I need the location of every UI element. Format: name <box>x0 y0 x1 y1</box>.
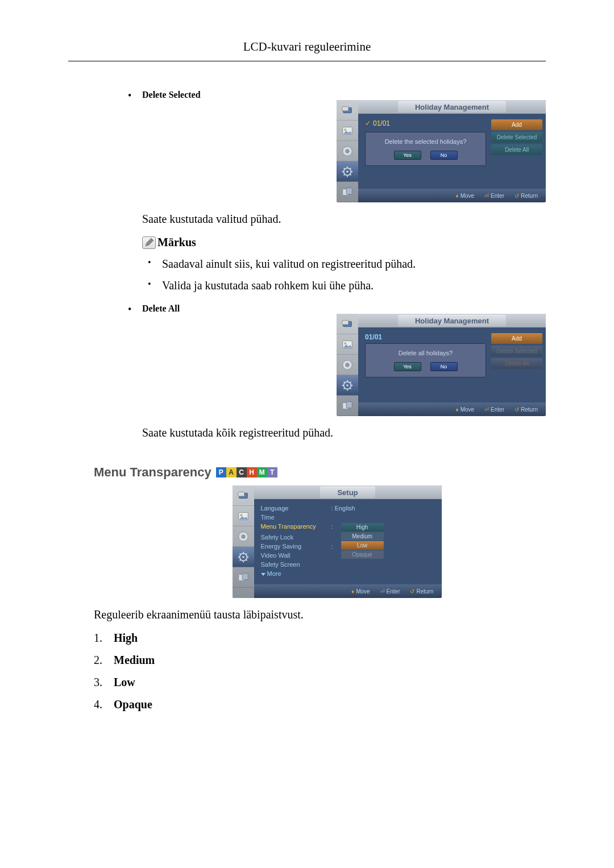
list-item: 2.Medium <box>94 654 546 667</box>
dialog-question: Delete all holidays? <box>370 350 481 356</box>
osd-title: Setup <box>320 487 375 498</box>
list-item: Delete Selected <box>122 90 546 292</box>
page: LCD-kuvari reguleerimine Delete Selected <box>0 0 614 766</box>
heading-delete-all: Delete All <box>142 304 180 313</box>
opt-medium[interactable]: Medium <box>341 532 384 541</box>
holiday-date: 01/01 <box>373 119 390 127</box>
setup-row-safety-screen[interactable]: Safety Screen <box>261 560 436 569</box>
setup-row-time[interactable]: Time <box>261 513 436 522</box>
osd-sidebar <box>337 314 358 416</box>
list-item: 4.Opaque <box>94 698 546 711</box>
osd-actions: Add Delete Selected Delete All <box>491 119 542 184</box>
section-menu-transparency: Menu Transparency P A C H M T <box>94 451 546 711</box>
svg-point-23 <box>240 514 242 516</box>
osd-main: Holiday Management ✓01/01 Delete the sel… <box>358 100 546 202</box>
badge-m: M <box>257 467 267 477</box>
osd-body: ✓01/01 Delete the selected holidays? Yes… <box>358 114 546 189</box>
osd-title: Holiday Management <box>398 101 506 113</box>
nav-setup-icon[interactable] <box>337 161 358 182</box>
nav-picture-icon[interactable] <box>337 334 358 355</box>
svg-rect-9 <box>346 188 352 194</box>
svg-point-17 <box>346 384 349 387</box>
footer-return: ↺Return <box>515 406 538 413</box>
holiday-date-row[interactable]: ✓01/01 <box>365 119 487 127</box>
opt-opaque[interactable]: Opaque <box>341 550 384 559</box>
footer-move: ♦Move <box>456 193 475 199</box>
enter-icon: ⏎ <box>484 406 489 413</box>
osd-setup: Setup LanguageEnglish Time Menu Transpar… <box>233 485 442 598</box>
osd-holiday-mgmt-2: Holiday Management 01/01 Delete all holi… <box>337 314 546 416</box>
setup-label: Safety Lock <box>261 534 323 541</box>
svg-point-7 <box>346 171 349 173</box>
setup-label: Time <box>261 514 323 521</box>
footer-enter: ⏎Enter <box>484 406 504 413</box>
list-item: 3.Low <box>94 676 546 689</box>
nav-picture-icon[interactable] <box>337 121 358 141</box>
osd-sidebar <box>337 100 358 202</box>
setup-row-more[interactable]: More <box>261 569 436 578</box>
osd-title-bar: Holiday Management <box>358 100 546 114</box>
numbered-list: 1.High 2.Medium 3.Low 4.Opaque <box>94 632 546 711</box>
osd-body: 01/01 Delete all holidays? Yes No <box>358 327 546 402</box>
nav-sound-icon[interactable] <box>233 526 254 547</box>
opt-low[interactable]: Low <box>341 541 384 550</box>
badge-c: C <box>237 467 247 477</box>
enter-icon: ⏎ <box>380 588 385 595</box>
desc-text: Saate kustutada valitud pühad. <box>142 213 546 226</box>
return-icon: ↺ <box>515 406 519 413</box>
osd-title-bar: Setup <box>254 485 442 499</box>
osd-footer: ♦Move ⏎Enter ↺Return <box>358 402 546 416</box>
badge-p: P <box>216 467 226 477</box>
badge-h: H <box>247 467 257 477</box>
delete-selected-button[interactable]: Delete Selected <box>491 346 542 356</box>
nav-setup-icon[interactable] <box>337 375 358 396</box>
setup-label: More <box>261 570 323 577</box>
no-button[interactable]: No <box>430 151 458 160</box>
osd-actions: Add Delete Selected Delete All <box>491 333 542 398</box>
desc-text: Saate kustutada kõik registreeritud püha… <box>142 426 546 439</box>
nav-input-icon[interactable] <box>233 485 254 506</box>
yes-button[interactable]: Yes <box>394 151 421 160</box>
nav-setup-icon[interactable] <box>233 547 254 567</box>
nav-multi-icon[interactable] <box>233 567 254 588</box>
setup-row-language[interactable]: LanguageEnglish <box>261 504 436 513</box>
note-item: Valida ja kustutada saab rohkem kui ühe … <box>142 279 546 292</box>
badge-row: P A C H M T <box>216 467 277 477</box>
nav-sound-icon[interactable] <box>337 355 358 375</box>
yes-button[interactable]: Yes <box>394 362 421 371</box>
note-label: Märkus <box>157 236 196 249</box>
nav-multi-icon[interactable] <box>337 396 358 416</box>
heading-delete-selected: Delete Selected <box>142 90 201 99</box>
nav-sound-icon[interactable] <box>337 141 358 161</box>
confirm-dialog: Delete all holidays? Yes No <box>365 343 486 377</box>
osd-sidebar <box>233 485 254 598</box>
add-button[interactable]: Add <box>491 333 542 344</box>
nav-input-icon[interactable] <box>337 314 358 334</box>
list-item: Delete All H <box>122 304 546 439</box>
delete-selected-button[interactable]: Delete Selected <box>491 132 542 143</box>
nav-picture-icon[interactable] <box>233 506 254 526</box>
list-item: 1.High <box>94 632 546 645</box>
delete-all-button[interactable]: Delete All <box>491 144 542 155</box>
setup-label: Energy Saving <box>261 543 323 550</box>
nav-multi-icon[interactable] <box>337 182 358 202</box>
osd-body: LanguageEnglish Time Menu Transparency :… <box>254 499 442 584</box>
updown-icon: ♦ <box>456 406 459 413</box>
setup-value: English <box>331 505 355 512</box>
no-button[interactable]: No <box>430 362 458 371</box>
svg-point-15 <box>345 363 349 367</box>
osd-holiday-mgmt-1: Holiday Management ✓01/01 Delete the sel… <box>337 100 546 202</box>
svg-rect-11 <box>342 320 349 324</box>
desc-text: Reguleerib ekraanimenüü tausta läbipaist… <box>94 608 546 621</box>
opt-high[interactable]: High <box>341 523 384 531</box>
holiday-date[interactable]: 01/01 <box>365 333 487 341</box>
nav-input-icon[interactable] <box>337 100 358 121</box>
svg-point-5 <box>345 149 349 153</box>
note-line: Märkus <box>142 236 546 249</box>
osd-main: Setup LanguageEnglish Time Menu Transpar… <box>254 485 442 598</box>
footer-return: ↺Return <box>515 193 538 199</box>
delete-all-button[interactable]: Delete All <box>491 358 542 369</box>
add-button[interactable]: Add <box>491 119 542 130</box>
osd-wrap: Setup LanguageEnglish Time Menu Transpar… <box>94 485 546 598</box>
footer-enter: ⏎Enter <box>484 193 504 199</box>
